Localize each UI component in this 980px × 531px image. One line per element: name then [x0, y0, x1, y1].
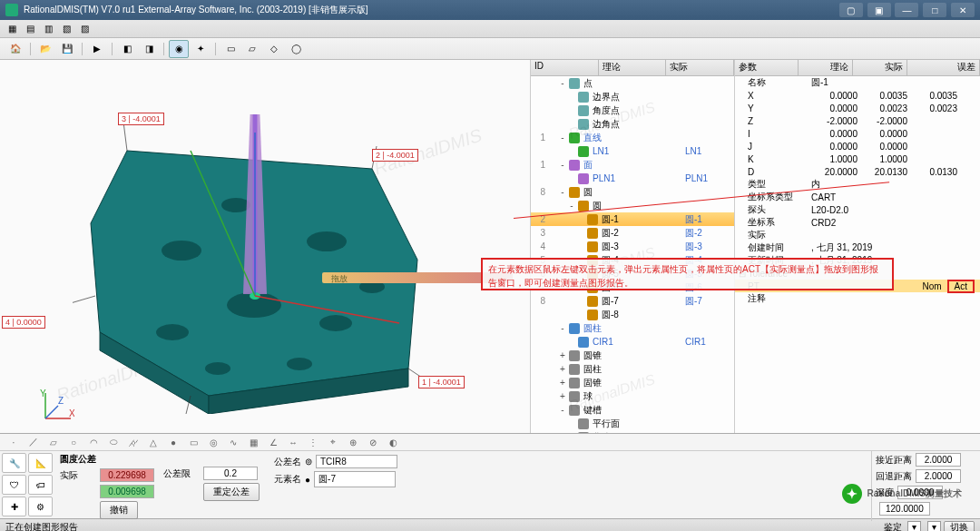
- cad-viewport[interactable]: RationalDMIS RationalDMIS: [0, 60, 531, 433]
- tolname-select[interactable]: TCIR8: [316, 455, 397, 468]
- status-select-1-label: 鉴定: [884, 522, 902, 532]
- tree-row[interactable]: 角度点: [531, 103, 734, 117]
- status-select-1[interactable]: ▾: [907, 521, 921, 532]
- element-select[interactable]: 圆-7: [314, 471, 396, 487]
- extra-window-button-1[interactable]: ▢: [839, 3, 863, 17]
- misc-1-icon[interactable]: ⊕: [345, 434, 361, 450]
- ellipse-icon[interactable]: ⬭: [105, 434, 122, 450]
- save-button[interactable]: 💾: [57, 40, 77, 58]
- misc-2-icon[interactable]: ⊘: [365, 434, 381, 450]
- extra-window-button-2[interactable]: ▣: [867, 3, 891, 17]
- redefine-tol-button[interactable]: 重定公差: [203, 483, 260, 501]
- palette-5-icon[interactable]: ✚: [2, 497, 26, 516]
- pattern-icon[interactable]: ⋮: [305, 434, 321, 450]
- surface-icon[interactable]: ▦: [245, 434, 261, 450]
- tree-row[interactable]: 8圆-7圆-7: [531, 294, 734, 308]
- extra-dist-value[interactable]: 120.0000: [879, 502, 930, 516]
- tree-row[interactable]: 8-圆: [531, 185, 734, 199]
- instruction-callout: 在元素数据区鼠标左键双击元素，弹出元素属性页，将属性页的ACT【实际测量点】拖放…: [481, 258, 894, 290]
- palette-4-icon[interactable]: 🏷: [28, 475, 53, 495]
- panel-toggle-5-icon[interactable]: ▨: [76, 22, 93, 36]
- tree-row[interactable]: -点: [531, 76, 734, 90]
- tree-row[interactable]: +固柱: [531, 362, 734, 376]
- retract-dist-value[interactable]: 2.0000: [916, 469, 961, 483]
- tree-row[interactable]: CIR1CIR1: [531, 335, 734, 349]
- dimension-label[interactable]: 1 | -4.0001: [418, 376, 465, 388]
- palette-2-icon[interactable]: 📐: [28, 453, 53, 473]
- depth-value[interactable]: 0.0000: [897, 486, 943, 499]
- property-row: D20.000020.01300.0130: [735, 165, 980, 178]
- tree-row[interactable]: 4圆-3圆-3: [531, 240, 734, 253]
- feature-3-button[interactable]: ◇: [264, 40, 284, 58]
- arc-icon[interactable]: ◠: [85, 434, 102, 450]
- slot-icon[interactable]: ▭: [185, 434, 201, 450]
- close-button[interactable]: ✕: [951, 3, 975, 17]
- run-button[interactable]: ▶: [87, 40, 107, 58]
- tree-row[interactable]: +圆锥: [531, 349, 734, 362]
- undo-button[interactable]: 撤销: [100, 501, 138, 519]
- torus-icon[interactable]: ◎: [205, 434, 221, 450]
- home-button[interactable]: 🏠: [5, 40, 25, 58]
- tree-row[interactable]: 边角点: [531, 117, 734, 131]
- tree-row[interactable]: -键槽: [531, 403, 734, 417]
- angle-icon[interactable]: ∠: [265, 434, 281, 450]
- tolname-label: 公差名: [274, 456, 301, 468]
- tree-row[interactable]: 圆-8: [531, 308, 734, 321]
- tree-body[interactable]: RationalDMIS RationalDMIS RationalDMIS -…: [531, 76, 734, 433]
- palette-6-icon[interactable]: ⚙: [28, 497, 53, 516]
- tolerance-value[interactable]: 0.2: [203, 467, 258, 480]
- element-label: 元素名: [274, 473, 301, 486]
- tree-row[interactable]: 2圆-1圆-1: [531, 212, 734, 226]
- dimension-label[interactable]: 4 | 0.0000: [2, 316, 45, 329]
- palette-1-icon[interactable]: 🔧: [2, 453, 26, 473]
- tree-row[interactable]: 曲线: [531, 430, 734, 433]
- panel-toggle-3-icon[interactable]: ▥: [40, 22, 56, 36]
- maximize-button[interactable]: □: [923, 3, 946, 17]
- toggle-button[interactable]: 切换: [944, 521, 975, 532]
- approach-dist-value[interactable]: 2.0000: [916, 453, 961, 467]
- tree-row[interactable]: +球: [531, 389, 734, 403]
- tree-row[interactable]: 1-直线: [531, 131, 734, 144]
- line-icon[interactable]: ／: [25, 434, 42, 450]
- circle-icon[interactable]: ○: [65, 434, 82, 450]
- tree-row[interactable]: 平行面: [531, 417, 734, 430]
- view-1-button[interactable]: ◧: [117, 40, 137, 58]
- dimension-label[interactable]: 2 | -4.0001: [372, 149, 418, 162]
- open-button[interactable]: 📂: [35, 40, 55, 58]
- feature-1-button[interactable]: ▭: [220, 40, 240, 58]
- misc-3-icon[interactable]: ◐: [385, 434, 401, 450]
- distance-icon[interactable]: ↔: [285, 434, 301, 450]
- svg-line-22: [73, 296, 95, 319]
- panel-toggle-2-icon[interactable]: ▤: [22, 22, 38, 36]
- property-body[interactable]: 名称圆-1X0.00000.00350.0035Y0.00000.00230.0…: [735, 76, 980, 433]
- tree-row[interactable]: LN1LN1: [531, 144, 734, 158]
- feature-2-button[interactable]: ▱: [242, 40, 262, 58]
- svg-point-6: [156, 324, 189, 340]
- tree-row[interactable]: 1-面: [531, 158, 734, 172]
- probe-button[interactable]: ◉: [169, 40, 189, 58]
- svg-point-5: [307, 231, 347, 251]
- tree-row[interactable]: +固锥: [531, 376, 734, 389]
- tree-row[interactable]: 3圆-2圆-2: [531, 226, 734, 240]
- cylinder-icon[interactable]: ⌭: [125, 434, 142, 450]
- dimension-label[interactable]: 3 | -4.0001: [118, 113, 164, 125]
- feature-4-button[interactable]: ◯: [286, 40, 306, 58]
- gdt-icon[interactable]: ⌖: [325, 434, 341, 450]
- panel-toggle-4-icon[interactable]: ▧: [58, 22, 74, 36]
- act-drag-source[interactable]: Act: [947, 280, 975, 293]
- curve-icon[interactable]: ∿: [225, 434, 241, 450]
- crs-button[interactable]: ✦: [191, 40, 211, 58]
- cone-icon[interactable]: △: [145, 434, 162, 450]
- tree-row[interactable]: 边界点: [531, 90, 734, 103]
- property-row: 坐标系CRD2: [735, 216, 980, 229]
- panel-toggle-1-icon[interactable]: ▦: [4, 22, 20, 36]
- plane-icon[interactable]: ▱: [45, 434, 62, 450]
- sphere-icon[interactable]: ●: [165, 434, 181, 450]
- palette-3-icon[interactable]: 🛡: [2, 475, 26, 495]
- status-select-2[interactable]: ▾: [927, 521, 941, 532]
- view-2-button[interactable]: ◨: [139, 40, 159, 58]
- tree-row[interactable]: -圆柱: [531, 321, 734, 335]
- point-icon[interactable]: ·: [5, 434, 22, 450]
- minimize-button[interactable]: —: [895, 3, 918, 17]
- tree-row[interactable]: PLN1PLN1: [531, 172, 734, 185]
